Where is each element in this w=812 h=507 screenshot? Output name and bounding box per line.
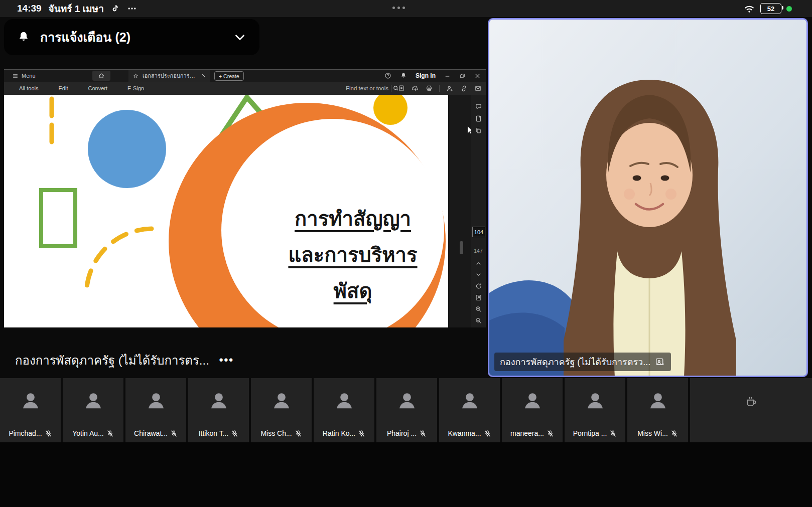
hamburger-icon bbox=[12, 73, 19, 79]
participant-tile[interactable]: Ratin Ko... bbox=[314, 378, 374, 442]
notification-banner[interactable]: การแจ้งเตือน (2) bbox=[4, 19, 259, 55]
slide-title-line1: การทำสัญญา bbox=[274, 201, 432, 237]
active-speaker-video[interactable]: กองการพัสดุภาครัฐ (ไม่ได้รับการตรว... bbox=[488, 18, 808, 377]
zoom-in-icon[interactable] bbox=[471, 305, 486, 313]
avatar-icon bbox=[270, 389, 293, 412]
bell-icon bbox=[17, 31, 30, 44]
presenter-more-button[interactable]: ••• bbox=[219, 354, 234, 367]
home-tab[interactable] bbox=[92, 71, 110, 81]
menu-all-tools[interactable]: All tools bbox=[19, 85, 39, 91]
recording-dot-icon bbox=[786, 6, 792, 12]
print-icon[interactable] bbox=[426, 85, 433, 92]
mic-off-icon bbox=[170, 430, 178, 437]
slide-title-line2: และการบริหารพัสดุ bbox=[274, 237, 432, 309]
participant-tile-away[interactable] bbox=[690, 378, 812, 442]
mic-off-icon bbox=[670, 430, 678, 437]
notifications-bell-icon[interactable] bbox=[400, 72, 407, 79]
avatar-icon bbox=[646, 389, 669, 412]
close-window-icon[interactable] bbox=[474, 73, 481, 79]
mic-off-icon bbox=[609, 430, 617, 437]
scrollbar-thumb[interactable] bbox=[460, 241, 463, 254]
video-participant-name: กองการพัสดุภาครัฐ (ไม่ได้รับการตรว... bbox=[500, 355, 650, 369]
email-icon[interactable] bbox=[474, 85, 482, 92]
cloud-upload-icon[interactable] bbox=[412, 85, 419, 92]
request-signature-icon[interactable] bbox=[446, 85, 454, 92]
pdf-viewer: การทำสัญญา และการบริหารพัสดุ 104 bbox=[4, 95, 486, 327]
status-bar: 14:39 จันทร์ 1 เมษา 52 bbox=[0, 0, 812, 17]
participant-name: Ittikon T... bbox=[199, 429, 229, 437]
menu-esign[interactable]: E-Sign bbox=[127, 85, 144, 91]
restore-window-icon[interactable] bbox=[459, 73, 466, 79]
mic-off-icon bbox=[106, 430, 114, 437]
total-pages-label: 147 bbox=[471, 248, 486, 254]
current-page-input[interactable]: 104 bbox=[472, 227, 485, 237]
create-button[interactable]: + Create bbox=[214, 71, 244, 81]
participant-tile[interactable]: Kwanma... bbox=[439, 378, 500, 442]
participant-name: Pimchad... bbox=[9, 429, 42, 437]
star-icon[interactable] bbox=[132, 73, 139, 79]
participant-tile[interactable]: Phairoj ... bbox=[376, 378, 437, 442]
tiktok-icon bbox=[111, 4, 120, 13]
avatar-icon bbox=[19, 389, 42, 412]
participant-tile[interactable]: maneera... bbox=[502, 378, 563, 442]
participant-tile[interactable]: Pimchad... bbox=[0, 378, 61, 442]
minimize-icon[interactable] bbox=[444, 73, 451, 79]
acrobat-right-rail: 104 147 bbox=[471, 95, 486, 327]
status-more-icon[interactable] bbox=[127, 4, 137, 14]
participant-name: Chirawat... bbox=[134, 429, 168, 437]
date: จันทร์ 1 เมษา bbox=[49, 1, 104, 16]
bookmarks-panel-icon[interactable] bbox=[471, 115, 486, 122]
multitask-handle-icon[interactable] bbox=[392, 7, 405, 9]
menu-label: Menu bbox=[22, 73, 36, 79]
avatar-icon bbox=[395, 389, 419, 412]
share-link-icon[interactable] bbox=[460, 85, 468, 92]
avatar-icon bbox=[82, 389, 105, 412]
slide-title: การทำสัญญา และการบริหารพัสดุ bbox=[274, 201, 432, 309]
participant-name: Kwanma... bbox=[448, 429, 481, 437]
menu-edit[interactable]: Edit bbox=[59, 85, 68, 91]
comments-panel-icon[interactable] bbox=[471, 103, 486, 110]
find-placeholder: Find text or tools bbox=[346, 85, 388, 91]
participant-tile[interactable]: Miss Wi... bbox=[627, 378, 688, 442]
participant-tile[interactable]: Yotin Au... bbox=[63, 378, 123, 442]
video-name-tag: กองการพัสดุภาครัฐ (ไม่ได้รับการตรว... bbox=[494, 353, 671, 371]
menu-convert[interactable]: Convert bbox=[88, 85, 108, 91]
participant-name: Yotin Au... bbox=[72, 429, 104, 437]
participant-tile[interactable]: Porntipa ... bbox=[565, 378, 625, 442]
battery-percent: 52 bbox=[767, 5, 774, 13]
clock: 14:39 bbox=[17, 3, 42, 14]
spotlight-pin-icon[interactable] bbox=[655, 357, 665, 367]
acrobat-titlebar: Menu เอกสารประกอบการบรรยาย 1... + Create bbox=[4, 70, 486, 82]
mic-off-icon bbox=[358, 430, 365, 437]
avatar-icon bbox=[521, 389, 544, 412]
rotate-page-icon[interactable] bbox=[471, 282, 486, 290]
notification-label: การแจ้งเตือน (2) bbox=[40, 27, 223, 47]
coffee-cup-icon bbox=[745, 395, 758, 408]
participant-strip: Pimchad... Yotin Au... bbox=[0, 378, 812, 442]
screen: 14:39 จันทร์ 1 เมษา 52 การแจ้งเตือน (2) bbox=[0, 0, 812, 507]
participant-tile[interactable]: Chirawat... bbox=[125, 378, 186, 442]
participant-tile[interactable]: Ittikon T... bbox=[188, 378, 249, 442]
presenter-bar: กองการพัสดุภาครัฐ (ไม่ได้รับการตร... ••• bbox=[15, 351, 234, 369]
mic-off-icon bbox=[484, 430, 491, 437]
acrobat-menu-button[interactable]: Menu bbox=[9, 70, 39, 82]
video-feed bbox=[489, 20, 808, 377]
save-document-icon[interactable] bbox=[398, 85, 405, 92]
zoom-out-icon[interactable] bbox=[471, 317, 486, 324]
acrobat-window: Menu เอกสารประกอบการบรรยาย 1... + Create bbox=[4, 69, 486, 327]
wifi-icon bbox=[743, 4, 755, 14]
document-tab[interactable]: เอกสารประกอบการบรรยาย 1... bbox=[128, 70, 210, 82]
participant-tile[interactable]: Miss Ch... bbox=[251, 378, 312, 442]
fit-page-icon[interactable] bbox=[471, 294, 486, 301]
mic-off-icon bbox=[419, 430, 427, 437]
help-icon[interactable] bbox=[384, 72, 391, 79]
page-down-icon[interactable] bbox=[471, 271, 486, 278]
page-up-icon[interactable] bbox=[471, 260, 486, 267]
mic-off-icon bbox=[295, 430, 302, 437]
avatar-icon bbox=[145, 389, 168, 412]
organize-pages-icon[interactable] bbox=[471, 127, 486, 134]
close-tab-icon[interactable] bbox=[201, 73, 206, 78]
sign-in-button[interactable]: Sign in bbox=[416, 72, 436, 79]
presenter-name: กองการพัสดุภาครัฐ (ไม่ได้รับการตร... bbox=[15, 351, 209, 370]
chevron-down-icon[interactable] bbox=[233, 31, 246, 44]
